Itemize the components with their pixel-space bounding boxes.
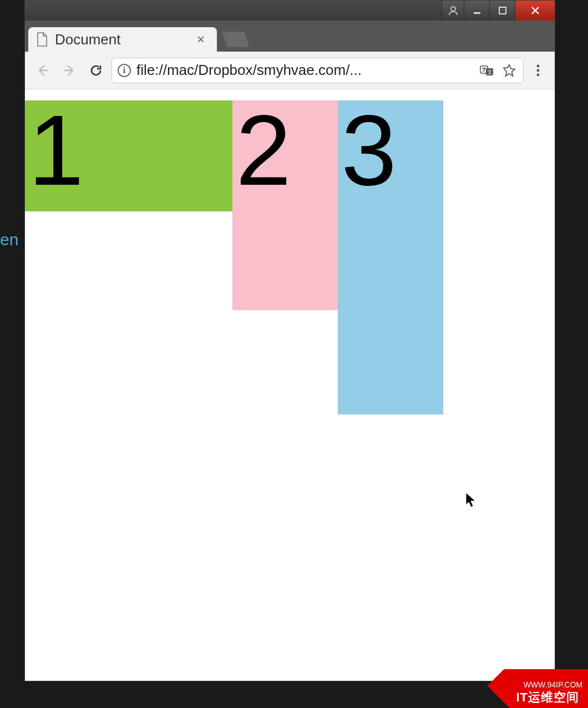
star-icon: [502, 63, 516, 78]
mouse-cursor-icon: [465, 492, 478, 509]
box-3: 3: [338, 100, 443, 414]
page-viewport: 1 2 3: [25, 89, 555, 681]
address-bar[interactable]: i file://mac/Dropbox/smyhvae.com/... 文: [111, 58, 524, 83]
tab-close-button[interactable]: ×: [194, 32, 208, 47]
tab-strip: Document ×: [25, 21, 555, 52]
flex-container: 1 2 3: [25, 100, 555, 414]
close-window-button[interactable]: [515, 1, 555, 21]
box-1: 1: [25, 100, 232, 211]
background-text-fragment: en: [0, 230, 18, 249]
browser-window: Document × i file://mac/Dropbox/smyhvae.…: [24, 0, 555, 681]
svg-point-0: [451, 7, 455, 11]
minimize-icon: [472, 6, 482, 16]
forward-arrow-icon: [62, 63, 77, 78]
maximize-button[interactable]: [489, 1, 515, 21]
user-icon: [448, 6, 458, 16]
file-icon: [36, 32, 48, 47]
svg-rect-2: [499, 7, 506, 14]
bookmark-button[interactable]: [501, 63, 518, 78]
maximize-icon: [498, 6, 508, 16]
user-button[interactable]: [442, 1, 464, 21]
watermark: WWW.94IP.COM IT运维空间: [466, 669, 588, 708]
back-button[interactable]: [32, 59, 54, 82]
svg-text:文: 文: [487, 69, 493, 75]
back-arrow-icon: [36, 63, 50, 78]
kebab-menu-icon: [536, 63, 540, 78]
close-icon: [530, 5, 541, 16]
watermark-url: WWW.94IP.COM: [524, 680, 582, 689]
svg-point-6: [537, 64, 540, 67]
forward-button[interactable]: [58, 59, 80, 82]
url-text: file://mac/Dropbox/smyhvae.com/...: [136, 62, 473, 79]
browser-tab[interactable]: Document ×: [28, 27, 217, 52]
window-titlebar: [25, 1, 555, 21]
box-2: 2: [232, 100, 338, 310]
translate-button[interactable]: 文: [479, 64, 495, 77]
svg-rect-1: [474, 12, 480, 14]
translate-icon: 文: [480, 64, 494, 77]
svg-point-8: [537, 73, 540, 76]
reload-icon: [89, 63, 103, 78]
watermark-label: IT运维空间: [516, 689, 579, 706]
reload-button[interactable]: [85, 59, 107, 82]
new-tab-button[interactable]: [222, 32, 249, 47]
minimize-button[interactable]: [464, 1, 489, 21]
browser-menu-button[interactable]: [528, 60, 548, 80]
browser-toolbar: i file://mac/Dropbox/smyhvae.com/... 文: [25, 52, 555, 89]
svg-point-7: [537, 69, 540, 72]
site-info-icon[interactable]: i: [118, 64, 131, 77]
tab-title: Document: [55, 31, 187, 48]
